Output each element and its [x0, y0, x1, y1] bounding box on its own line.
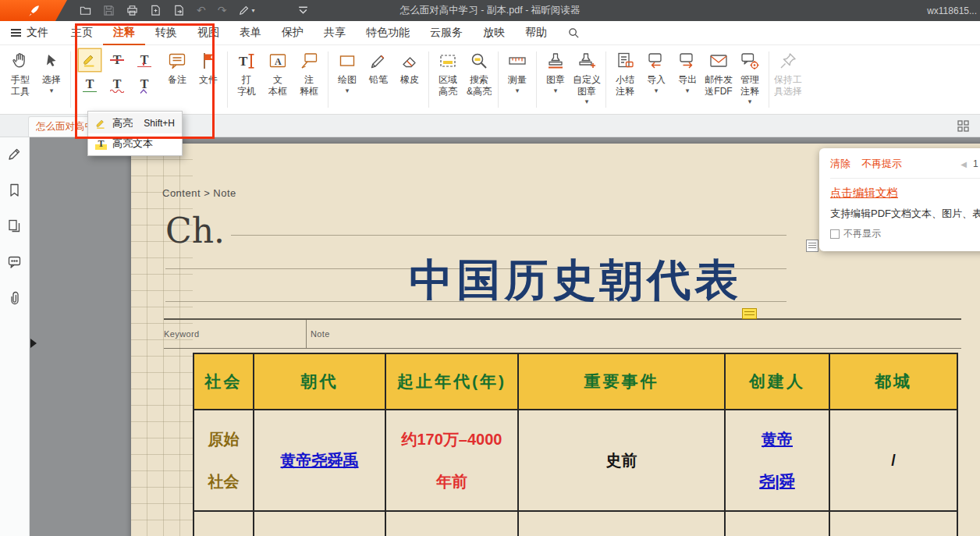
account-name[interactable]: wx118615... [927, 5, 977, 16]
page-thumbnails-icon[interactable] [7, 218, 22, 233]
underline-icon: T [86, 78, 94, 91]
file-menu-button[interactable]: 文件 [0, 21, 61, 44]
ribbon-separator [428, 51, 429, 108]
export-pdf-icon[interactable] [150, 5, 162, 16]
note-bubble-icon [167, 49, 187, 73]
dropdown-arrow[interactable]: ▾ [346, 87, 350, 94]
tab-protect[interactable]: 保护 [272, 21, 314, 45]
table-empty-cell [726, 512, 830, 536]
tab-cloud[interactable]: 云服务 [420, 21, 473, 45]
edit-document-link[interactable]: 点击编辑文档 [830, 186, 898, 201]
tool-typewriter[interactable]: T 打 字机 [231, 49, 262, 97]
pen-dropdown-arrow[interactable]: ▾ [251, 7, 254, 14]
tool-label: 小结 注释 [616, 74, 634, 97]
customize-toolbar-chevron[interactable] [297, 5, 309, 16]
tool-label: 绘图 [338, 74, 357, 86]
menu-item-highlight[interactable]: 高亮 Shift+H [88, 113, 182, 133]
tool-eraser[interactable]: 橡皮 [394, 49, 425, 86]
tool-import-comments[interactable]: 导入 ▾ [641, 49, 672, 94]
table-header-cell: 创建人 [726, 354, 830, 410]
replace-text-icon: T [140, 54, 149, 66]
tool-manage-comments[interactable]: 管理 注释 ▾ [734, 49, 765, 105]
tab-convert[interactable]: 转换 [145, 21, 187, 45]
navigation-sidebar [0, 137, 30, 536]
tab-view[interactable]: 视图 [187, 21, 229, 45]
tool-note[interactable]: 备注 [162, 49, 193, 86]
tool-hand[interactable]: 手型 工具 [5, 49, 36, 97]
pen-tool-icon[interactable]: ▾ [238, 5, 254, 16]
table-empty-cell [194, 512, 254, 536]
tab-features[interactable]: 特色功能 [356, 21, 420, 45]
tab-form[interactable]: 表单 [229, 21, 272, 45]
column-divider [306, 320, 307, 348]
area-highlight-icon [438, 49, 458, 73]
panel-divider [830, 178, 980, 179]
manage-comments-icon [740, 49, 760, 73]
tab-share[interactable]: 共享 [314, 21, 356, 45]
foxit-logo-icon[interactable] [0, 0, 67, 21]
tool-select[interactable]: 选择 ▾ [36, 49, 67, 94]
tool-label: 导入 [647, 74, 666, 86]
dropdown-arrow[interactable]: ▾ [516, 87, 520, 94]
attachments-paperclip-icon[interactable] [7, 290, 22, 305]
dropdown-arrow[interactable]: ▾ [686, 87, 690, 94]
open-file-icon[interactable] [80, 5, 91, 16]
print-icon[interactable] [126, 5, 138, 16]
tool-measure[interactable]: 测量 ▾ [502, 49, 533, 94]
tool-export-comments[interactable]: 导出 ▾ [672, 49, 703, 94]
tool-textbox[interactable]: A 文 本框 [262, 49, 293, 97]
tab-grid-icon[interactable] [957, 120, 969, 132]
dropdown-arrow[interactable]: ▾ [554, 87, 558, 94]
insert-text-tool[interactable]: T [133, 73, 155, 95]
dropdown-arrow[interactable]: ▾ [585, 98, 589, 105]
highlight-tool[interactable] [79, 49, 101, 71]
tool-pencil[interactable]: 铅笔 [363, 49, 394, 86]
tool-drawing[interactable]: 绘图 ▾ [332, 49, 363, 94]
dont-show-checkbox[interactable] [830, 229, 840, 239]
flag-icon [198, 49, 218, 73]
pager-prev-icon[interactable]: ◀ [960, 160, 967, 169]
tab-home[interactable]: 主页 [61, 21, 103, 45]
dont-remind-link[interactable]: 不再提示 [861, 157, 902, 171]
comments-panel-icon[interactable] [7, 254, 22, 269]
tool-file-attachment[interactable]: 文件 [193, 49, 224, 86]
dropdown-arrow[interactable]: ▾ [655, 87, 659, 94]
founder-link[interactable]: 黄帝 [762, 429, 793, 450]
tool-custom-stamp[interactable]: 自定义 图章 ▾ [571, 49, 602, 105]
cell-text: 史前 [606, 450, 637, 471]
replace-text-tool[interactable]: T [133, 49, 155, 71]
tool-search-highlight[interactable]: 搜索 &高亮 [463, 49, 495, 97]
tab-help[interactable]: 帮助 [515, 21, 557, 45]
tool-callout[interactable]: 注 释框 [293, 49, 325, 97]
dont-show-row: 不再显示 [830, 227, 980, 240]
search-icon[interactable] [568, 27, 580, 39]
bookmarks-icon[interactable] [7, 183, 22, 197]
undo-icon[interactable]: ↶ [197, 5, 206, 16]
ruler-icon [507, 49, 527, 73]
edit-hint-description: 支持编辑PDF文档文本、图片、表单 [830, 207, 980, 221]
underline-tool[interactable]: T [79, 73, 101, 95]
strikeout-tool[interactable]: T [106, 49, 128, 71]
tool-stamp[interactable]: 图章 ▾ [540, 49, 571, 94]
tab-slideshow[interactable]: 放映 [473, 21, 515, 45]
ribbon-separator [605, 51, 606, 108]
tool-area-highlight[interactable]: 区域 高亮 [432, 49, 463, 97]
save-icon[interactable] [103, 5, 115, 16]
founder-link[interactable]: 尧|舜 [759, 471, 795, 492]
dynasty-link[interactable]: 黄帝尧舜禹 [281, 450, 359, 471]
squiggly-underline-tool[interactable]: T [106, 73, 128, 95]
clear-link[interactable]: 清除 [830, 157, 850, 171]
convert-file-icon[interactable] [173, 5, 185, 16]
tab-comment[interactable]: 注释 [103, 21, 145, 45]
menu-item-highlight-text[interactable]: T 高亮文本 [88, 133, 182, 154]
tool-email-fdf[interactable]: 邮件发 送FDF [703, 49, 734, 97]
annotate-pencil-icon[interactable] [7, 147, 22, 162]
tool-label: 备注 [168, 74, 186, 86]
sidebar-expand-handle[interactable] [30, 339, 37, 348]
note-float-icon[interactable] [806, 240, 818, 252]
redo-icon[interactable]: ↷ [218, 5, 227, 16]
sticky-note-annotation-icon[interactable] [742, 308, 757, 319]
dropdown-arrow[interactable]: ▾ [50, 87, 54, 94]
dropdown-arrow[interactable]: ▾ [748, 98, 752, 105]
tool-summarize-comments[interactable]: 小结 注释 [609, 49, 641, 97]
